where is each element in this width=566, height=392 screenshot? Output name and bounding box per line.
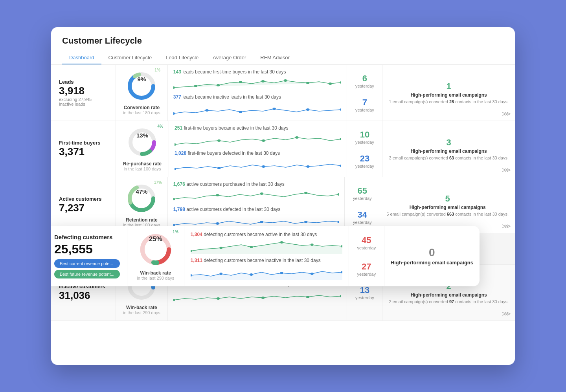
- ftb-label: First-time buyers: [59, 140, 108, 146]
- page-title: Customer Lifecycle: [62, 36, 504, 46]
- dc-sparkline-2: [191, 264, 342, 280]
- dc-donut-pct: 25%: [149, 235, 162, 243]
- ftb-sparkline-1: [175, 132, 341, 148]
- leads-sparkline-row-2: 377 leads became inactive leads in the l…: [173, 94, 342, 117]
- svg-point-14: [239, 111, 243, 113]
- ftb-donut-chart: [127, 126, 158, 158]
- dc-btn-future-revenue[interactable]: Best future revenue potent...: [54, 270, 120, 278]
- ftb-campaigns-col: 3 High-performing email campaigns 3 emai…: [382, 121, 515, 177]
- svg-point-9: [306, 82, 310, 84]
- svg-point-7: [261, 80, 265, 82]
- ic-sparkline-1: [173, 288, 342, 304]
- svg-point-25: [340, 138, 341, 140]
- dc-label: Defecting customers: [54, 234, 120, 241]
- svg-point-28: [262, 165, 265, 168]
- tab-customer-lifecycle[interactable]: Customer Lifecycle: [101, 51, 159, 64]
- svg-point-40: [216, 222, 219, 225]
- ac-label: Active customers: [59, 196, 108, 202]
- svg-point-10: [329, 82, 332, 85]
- leads-donut-chart: [126, 70, 157, 102]
- svg-point-37: [304, 192, 307, 194]
- svg-point-30: [340, 165, 341, 167]
- leads-sparkline-1: [173, 76, 342, 92]
- dc-count: 25,555: [54, 242, 120, 256]
- ftb-donut-label: Re-purchase rate in the last 100 days: [123, 161, 162, 171]
- svg-point-43: [337, 221, 339, 223]
- svg-point-27: [217, 167, 221, 169]
- ftb-sparkline-col: 251 first-time buyers became active in t…: [169, 121, 347, 177]
- svg-point-34: [173, 198, 175, 200]
- ftb-count: 3,371: [59, 146, 108, 158]
- dc-title-col: Defecting customers 25,555 Best current …: [51, 226, 127, 286]
- svg-point-29: [306, 165, 309, 168]
- svg-point-13: [205, 109, 209, 112]
- dc-sparkline-1: [191, 238, 342, 254]
- leads-campaigns-col: 1 High-performing email campaigns 1 emai…: [382, 65, 515, 121]
- leads-donut-col: 9% 1% Conversion rate in the last 180 da…: [116, 65, 168, 121]
- ac-yesterday-col: 65 yesterday 34 yesterday: [345, 177, 380, 233]
- svg-point-42: [304, 221, 307, 223]
- ac-donut-col: 47% 17% Retention rate in the last 100 d…: [116, 177, 168, 233]
- svg-point-58: [311, 244, 314, 246]
- tab-average-order[interactable]: Average Order: [206, 51, 253, 64]
- svg-point-55: [219, 247, 222, 249]
- svg-point-49: [306, 296, 310, 298]
- dc-btn-current-revenue[interactable]: Best current revenue pote...: [54, 259, 120, 268]
- dc-sparkline-col: 1,304 defecting customers became active …: [184, 226, 349, 286]
- leads-title-col: Leads 3,918 excluding 27,945inactive lea…: [51, 65, 116, 121]
- ac-expand-btn[interactable]: ⋙: [502, 222, 511, 230]
- leads-sparkline-row-1: 143 leads became first-time buyers in th…: [173, 69, 342, 92]
- ic-expand-btn[interactable]: ⋙: [502, 310, 511, 317]
- dc-donut-small-pct: 1%: [173, 230, 178, 234]
- leads-expand-btn[interactable]: ⋙: [502, 110, 511, 117]
- svg-point-46: [173, 299, 175, 301]
- ac-sparkline-col: 1,676 active customers purchased in the …: [168, 177, 345, 233]
- svg-point-48: [261, 297, 265, 299]
- active-customers-row: Active customers 7,237 47% 17% Retention…: [51, 177, 515, 233]
- ac-donut-small-pct: 17%: [154, 180, 162, 185]
- ftb-donut-col: 13% 4% Re-purchase rate in the last 100 …: [116, 121, 169, 177]
- svg-point-24: [295, 136, 298, 139]
- svg-point-3: [173, 86, 175, 89]
- leads-donut-label: Conversion rate in the last 180 days: [123, 105, 160, 115]
- svg-point-22: [217, 139, 221, 142]
- first-time-buyers-row: First-time buyers 3,371 13% 4% Re-purcha…: [51, 121, 515, 177]
- defecting-popup-card: Defecting customers 25,555 Best current …: [51, 226, 480, 286]
- ftb-donut-small-pct: 4%: [158, 124, 163, 128]
- svg-point-57: [280, 241, 283, 244]
- svg-point-47: [217, 297, 220, 300]
- svg-point-12: [173, 112, 175, 115]
- ftb-yesterday-col: 10 yesterday 23 yesterday: [347, 121, 382, 177]
- leads-yest-1: 6 yesterday: [355, 73, 374, 88]
- leads-sparkline-col: 143 leads became first-time buyers in th…: [168, 65, 347, 121]
- svg-point-50: [340, 295, 341, 297]
- dc-campaigns-col: 0 High-performing email campaigns: [384, 226, 480, 286]
- svg-point-4: [194, 85, 198, 87]
- dc-yesterday-col: 45 yesterday 27 yesterday: [349, 226, 384, 286]
- svg-point-36: [260, 192, 263, 195]
- svg-point-6: [239, 81, 243, 83]
- svg-point-41: [260, 221, 263, 223]
- svg-point-62: [250, 273, 253, 276]
- svg-point-21: [175, 143, 176, 146]
- svg-point-64: [311, 273, 314, 275]
- svg-point-38: [337, 193, 339, 196]
- dc-donut-col: 25% 1% Win-back rate in the last 290 day…: [127, 226, 184, 286]
- tab-dashboard[interactable]: Dashboard: [62, 51, 101, 64]
- ftb-title-col: First-time buyers 3,371: [51, 121, 116, 177]
- svg-point-16: [306, 108, 310, 111]
- svg-point-61: [219, 273, 222, 275]
- leads-row: Leads 3,918 excluding 27,945inactive lea…: [51, 65, 515, 121]
- ac-donut-chart: [126, 183, 157, 214]
- svg-point-35: [216, 194, 219, 196]
- svg-point-17: [340, 108, 341, 111]
- tab-lead-lifecycle[interactable]: Lead Lifecycle: [159, 51, 206, 64]
- leads-count: 3,918: [59, 85, 108, 97]
- ftb-expand-btn[interactable]: ⋙: [502, 166, 511, 174]
- svg-point-63: [280, 272, 283, 274]
- ac-campaigns-col: 5 High-performing email campaigns 5 emai…: [380, 177, 515, 233]
- leads-sparkline-2: [173, 101, 342, 117]
- svg-point-5: [217, 84, 220, 86]
- tab-rfm-advisor[interactable]: RFM Advisor: [253, 51, 296, 64]
- svg-point-15: [272, 108, 276, 110]
